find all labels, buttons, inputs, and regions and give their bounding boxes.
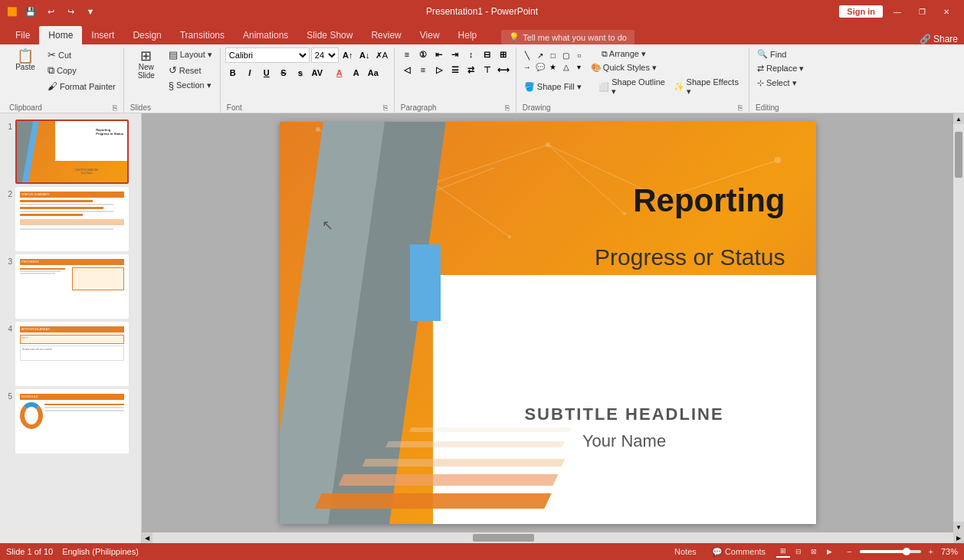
reading-view-button[interactable]: ⊠ <box>807 545 821 558</box>
tab-insert[interactable]: Insert <box>82 26 123 44</box>
strikethrough-button[interactable]: S <box>276 66 291 80</box>
char-case-button[interactable]: Aa <box>366 66 381 80</box>
slideshow-button[interactable]: ▶ <box>822 545 836 558</box>
minimize-button[interactable]: — <box>886 4 909 19</box>
layout-button[interactable]: ▤Layout ▾ <box>166 47 215 62</box>
clear-format-button[interactable]: ✗A <box>374 48 389 62</box>
align-text-button[interactable]: ⊤ <box>480 63 495 77</box>
increase-size-button[interactable]: A↑ <box>340 48 356 62</box>
font-size-select[interactable]: 24 <box>311 47 339 63</box>
tab-view[interactable]: View <box>411 26 449 44</box>
scroll-up-button[interactable]: ▲ <box>953 113 964 124</box>
cut-button[interactable]: ✂Cut <box>44 47 119 62</box>
shape-star[interactable]: ★ <box>547 61 559 72</box>
line-spacing-button[interactable]: ↕ <box>464 47 479 61</box>
reset-button[interactable]: ↺Reset <box>166 63 215 77</box>
shape-callout[interactable]: 💬 <box>534 61 546 72</box>
notes-button[interactable]: Notes <box>670 547 701 556</box>
arrange-button[interactable]: ⧉ Arrange ▾ <box>589 47 658 61</box>
undo-button[interactable]: ↩ <box>43 4 58 19</box>
replace-button[interactable]: ⇄ Replace ▾ <box>754 62 807 75</box>
tab-review[interactable]: Review <box>362 26 410 44</box>
select-button[interactable]: ⊹ Select ▾ <box>754 77 807 90</box>
bullet-list-button[interactable]: ≡ <box>399 47 415 61</box>
highlight-color-button[interactable]: A <box>349 66 364 80</box>
shape-triangle[interactable]: △ <box>560 61 572 72</box>
convert-button[interactable]: ⟷ <box>496 63 511 77</box>
align-center-button[interactable]: ≡ <box>415 63 431 77</box>
shape-line[interactable]: ╲ <box>521 50 533 61</box>
char-spacing-button[interactable]: AV <box>310 66 325 80</box>
slide-thumb-4[interactable]: 4 ATTENTION AREAS Item 1 Details area wi… <box>3 322 138 386</box>
slide-thumb-2[interactable]: 2 STATUS SUMMARY <box>3 187 138 251</box>
justify-button[interactable]: ☰ <box>448 63 463 77</box>
slide-headline[interactable]: SUBTITLE HEADLINE <box>464 404 785 424</box>
tab-slideshow[interactable]: Slide Show <box>297 26 362 44</box>
drawing-expand-icon[interactable]: ⎘ <box>738 103 743 112</box>
paragraph-expand-icon[interactable]: ⎘ <box>505 103 510 112</box>
close-button[interactable]: ✕ <box>935 4 958 19</box>
normal-view-button[interactable]: ⊞ <box>776 545 790 558</box>
tab-transitions[interactable]: Transitions <box>171 26 234 44</box>
slide-subtitle[interactable]: Progress or Status <box>595 244 785 270</box>
slide-thumb-1[interactable]: 1 ReportingProgress or Status SUBTITLE H… <box>3 120 138 184</box>
sign-in-button[interactable]: Sign in <box>839 5 883 18</box>
find-button[interactable]: 🔍 Find <box>754 47 807 61</box>
zoom-thumb[interactable] <box>903 548 910 555</box>
shape-rect[interactable]: □ <box>547 50 559 61</box>
tab-help[interactable]: Help <box>449 26 487 44</box>
slide-name[interactable]: Your Name <box>464 431 785 451</box>
shape-outline-button[interactable]: ⬜ Shape Outline ▾ <box>595 76 669 98</box>
slide-thumb-3[interactable]: 3 PROGRESS <box>3 254 138 319</box>
scroll-track[interactable] <box>953 124 964 522</box>
h-scroll-thumb[interactable] <box>473 534 534 542</box>
main-slide[interactable]: Reporting Progress or Status SUBTITLE HE… <box>280 122 816 524</box>
restore-button[interactable]: ❐ <box>910 4 933 19</box>
smartart-button[interactable]: ⊞ <box>496 47 511 61</box>
align-left-button[interactable]: ◁ <box>399 63 415 77</box>
clipboard-expand-icon[interactable]: ⎘ <box>113 103 117 112</box>
font-color-button[interactable]: A <box>332 66 347 80</box>
decrease-indent-button[interactable]: ⇤ <box>431 47 447 61</box>
zoom-slider[interactable] <box>860 550 921 553</box>
bold-button[interactable]: B <box>225 66 241 80</box>
tab-animations[interactable]: Animations <box>234 26 297 44</box>
canvas-area[interactable]: ↖ <box>142 113 953 532</box>
slide-thumb-5[interactable]: 5 SCHEDULE <box>3 389 138 454</box>
format-painter-button[interactable]: 🖌Format Painter <box>44 79 119 93</box>
increase-indent-button[interactable]: ⇥ <box>448 47 463 61</box>
font-expand-icon[interactable]: ⎘ <box>383 103 388 112</box>
underline-button[interactable]: U <box>259 66 274 80</box>
vertical-scrollbar[interactable]: ▲ ▼ <box>953 113 964 532</box>
new-slide-button[interactable]: ⊞ New Slide <box>129 47 164 81</box>
scroll-thumb[interactable] <box>955 132 962 178</box>
tab-file[interactable]: File <box>6 26 39 44</box>
shape-more[interactable]: ▾ <box>573 61 585 72</box>
horizontal-scrollbar[interactable]: ◀ ▶ <box>142 532 964 543</box>
zoom-out-button[interactable]: − <box>842 547 856 556</box>
decrease-size-button[interactable]: A↓ <box>357 48 372 62</box>
slide-title[interactable]: Reporting <box>633 183 785 218</box>
tab-home[interactable]: Home <box>39 26 82 44</box>
tab-design[interactable]: Design <box>123 26 170 44</box>
shape-arrow-right[interactable]: → <box>521 61 533 72</box>
zoom-in-button[interactable]: + <box>924 547 938 556</box>
numbered-list-button[interactable]: ① <box>415 47 431 61</box>
quick-styles-button[interactable]: 🎨 Quick Styles ▾ <box>589 61 658 74</box>
scroll-down-button[interactable]: ▼ <box>953 522 964 532</box>
shape-effects-button[interactable]: ✨ Shape Effects ▾ <box>671 76 744 98</box>
h-scroll-track[interactable] <box>152 532 953 543</box>
section-button[interactable]: §Section ▾ <box>166 78 215 93</box>
shape-fill-button[interactable]: 🪣 Shape Fill ▾ <box>521 80 595 93</box>
paste-button[interactable]: 📋 Paste <box>8 47 43 73</box>
shape-oval[interactable]: ○ <box>573 50 585 61</box>
tell-me-input[interactable]: 💡 Tell me what you want to do <box>501 30 634 44</box>
scroll-right-button[interactable]: ▶ <box>953 532 964 543</box>
shadow-button[interactable]: s <box>293 66 308 80</box>
font-name-select[interactable]: Calibri <box>225 47 310 63</box>
slide-sorter-button[interactable]: ⊟ <box>792 545 805 558</box>
comments-button[interactable]: 💬 Comments <box>707 547 770 557</box>
columns-button[interactable]: ⊟ <box>480 47 495 61</box>
customize-button[interactable]: ▼ <box>83 4 98 19</box>
shape-round-rect[interactable]: ▢ <box>560 50 572 61</box>
